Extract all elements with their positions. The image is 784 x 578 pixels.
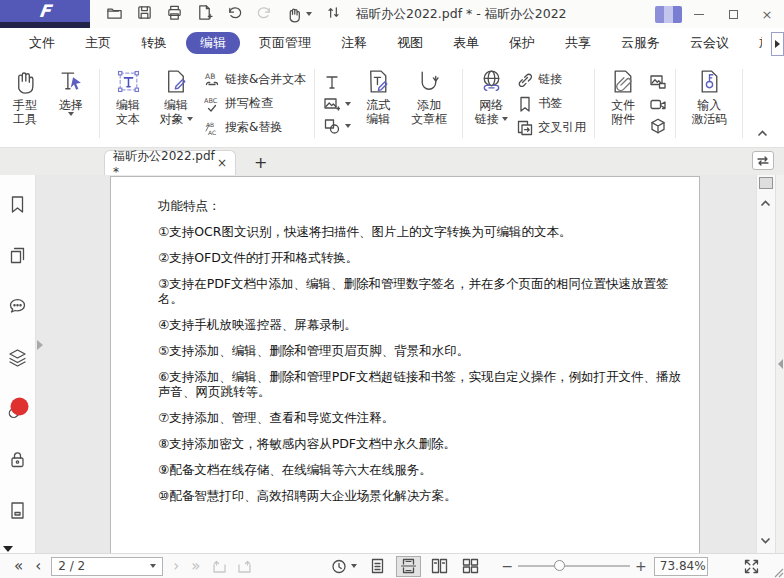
add-shapes-button[interactable] [324,118,351,134]
vertical-scrollbar[interactable] [756,175,775,553]
link-button[interactable]: 链接 [517,70,586,90]
comments-panel-icon[interactable] [7,296,28,321]
tab-comment[interactable]: 注释 [326,28,382,58]
edit-object-button[interactable]: 编辑对象 [151,63,201,144]
tab-view[interactable]: 视图 [382,28,438,58]
doc-line: ②支持OFD文件的打开和格式转换。 [158,250,689,265]
flow-edit-button[interactable]: 流式编辑 [355,63,401,144]
image-annotation-button[interactable] [650,74,666,90]
open-file-icon[interactable] [106,4,123,25]
select-tool-button[interactable]: 选择 [48,63,94,144]
swap-arrows-icon [756,155,770,167]
tab-cloud-meeting[interactable]: 云会议 [675,28,744,58]
bookmark-button[interactable]: 书签 [517,94,586,114]
first-page-button[interactable]: « [8,559,29,574]
layers-panel-icon[interactable] [7,347,28,372]
security-panel-icon[interactable] [7,449,28,474]
window-resize-grip[interactable] [770,564,784,578]
zoom-level-input[interactable]: 73.84% [654,557,708,576]
expand-left-panel-handle[interactable] [37,340,43,350]
video-audio-button[interactable] [650,96,666,112]
print-icon[interactable] [166,4,183,25]
facing-continuous-view-button[interactable] [458,556,483,577]
scroll-down-icon[interactable] [760,529,771,548]
panel-overflow-down-icon[interactable] [3,546,13,552]
activation-code-button[interactable]: 输入激活码 [681,63,737,144]
file-attachment-button[interactable]: 文件附件 [600,63,646,144]
pages-panel-icon[interactable] [7,245,28,270]
document-tab-active[interactable]: 福昕办公2022.pdf * × [104,150,236,175]
zoom-slider-handle[interactable] [554,560,565,571]
fullscreen-icon [744,559,759,574]
continuous-view-button[interactable] [396,556,421,577]
web-link-button[interactable]: 网络链接 [468,63,514,144]
document-viewport[interactable]: 功能特点： ①支持OCR图文识别，快速将扫描件、图片上的文字转换为可编辑的文本。… [36,175,756,553]
previous-view-button[interactable] [206,559,232,574]
cross-reference-button[interactable]: 交叉引用 [517,118,586,138]
tab-close-icon[interactable]: × [217,156,227,170]
scroll-up-icon[interactable] [760,192,771,211]
zoom-in-button[interactable]: + [630,558,652,574]
read-mode-button[interactable] [326,559,362,574]
fields-panel-icon[interactable] [7,500,28,525]
link-merge-text-button[interactable]: AB 链接&合并文本 [204,70,306,90]
next-view-button[interactable] [232,559,258,574]
page-number-input[interactable]: 2 / 2 [51,557,163,576]
switch-tabs-button[interactable] [752,151,774,170]
tab-page-management[interactable]: 页面管理 [244,28,326,58]
tab-convert[interactable]: 转换 [126,28,182,58]
next-page-button[interactable]: › [167,559,185,574]
spell-check-button[interactable]: ABC 拼写检查 [204,94,306,114]
user-account-redacted[interactable] [655,6,682,23]
tab-overflow-button[interactable] [771,32,784,56]
edit-text-button[interactable]: 编辑文本 [105,63,151,144]
facing-view-button[interactable] [427,556,452,577]
close-button[interactable]: × [750,2,784,26]
activation-key-icon [696,68,723,95]
doc-line: ①支持OCR图文识别，快速将扫描件、图片上的文字转换为可编辑的文本。 [158,224,689,239]
app-menu-button[interactable]: F [0,0,90,28]
document-tab-label: 福昕办公2022.pdf * [113,148,217,179]
ribbon-tab-bar: 文件 主页 转换 编辑 页面管理 注释 视图 表单 保护 共享 云服务 云会议 … [0,28,784,58]
expand-right-panel-handle[interactable] [778,359,783,369]
customize-toolbar-icon[interactable] [325,4,342,25]
tab-edit-active[interactable]: 编辑 [186,32,240,54]
attachments-panel-icon[interactable] [7,398,28,423]
previous-page-button[interactable]: ‹ [29,559,47,574]
add-image-button[interactable] [324,96,351,112]
tab-form[interactable]: 表单 [438,28,494,58]
zoom-out-button[interactable]: − [496,558,518,574]
hand-tool-quick-button[interactable] [286,6,312,23]
tab-protect[interactable]: 保护 [494,28,550,58]
hand-tool-button[interactable]: 手型工具 [2,63,48,144]
3d-object-button[interactable] [650,118,666,134]
save-icon[interactable] [136,4,153,25]
tab-file[interactable]: 文件 [14,28,70,58]
document-tab-bar: 福昕办公2022.pdf * × + [0,148,784,175]
tab-partial[interactable]: 放 [744,28,762,58]
bookmarks-panel-icon[interactable] [7,194,28,219]
undo-icon[interactable] [226,4,243,25]
flow-edit-icon [365,68,392,95]
pdf-page[interactable]: 功能特点： ①支持OCR图文识别，快速将扫描件、图片上的文字转换为可编辑的文本。… [110,176,700,553]
add-text-button[interactable] [324,74,351,90]
tab-share[interactable]: 共享 [550,28,606,58]
tab-home[interactable]: 主页 [70,28,126,58]
web-link-icon [478,68,505,95]
fullscreen-button[interactable] [744,559,759,574]
last-page-button[interactable]: » [185,559,206,574]
read-mode-icon [331,559,347,574]
redo-icon[interactable] [256,4,273,25]
minimize-button[interactable] [682,2,716,26]
zoom-slider[interactable] [518,565,630,567]
search-replace-button[interactable]: ABAC 搜索&替换 [204,118,306,138]
scrollbar-thumb[interactable] [759,177,773,189]
add-article-box-button[interactable]: 添加文章框 [401,63,457,144]
single-page-view-button[interactable] [365,556,390,577]
dropdown-caret [187,117,193,121]
new-tab-button[interactable]: + [254,150,267,175]
tab-cloud-service[interactable]: 云服务 [606,28,675,58]
maximize-button[interactable] [716,2,750,26]
collapse-ribbon-button[interactable] [757,122,768,141]
new-document-icon[interactable] [196,4,213,25]
